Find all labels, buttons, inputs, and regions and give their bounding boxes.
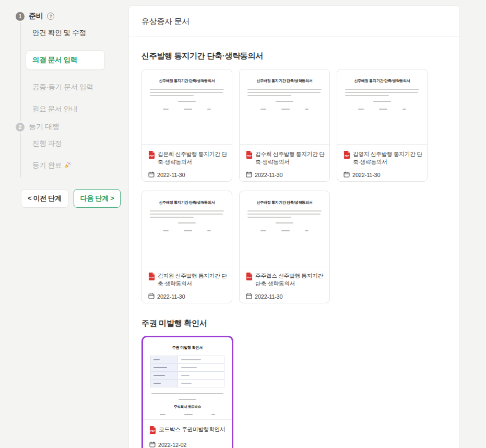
documents-panel: 유상증자 문서 신주발행 통지기간 단축·생략동의서 신주배정 통지기간 단축/… [128,5,460,448]
party-popper-icon [64,162,71,170]
preview-statement-line [151,393,223,394]
calendar-icon [148,292,155,301]
panel-body: 신주발행 통지기간 단축·생략동의서 신주배정 통지기간 단축/생략동의서 PD… [129,51,459,448]
preview-date-line [373,101,391,102]
document-title: 김은희 신주발행 통지기간 단축·생략동의서 [158,150,228,166]
step-1-label: 준비 [29,11,43,21]
step-2-label: 등기 대행 [29,122,59,132]
svg-text:PDF: PDF [247,155,252,157]
step-1-header: 1 준비 ? [16,10,123,22]
pdf-file-icon: PDF [149,426,156,436]
panel-header: 유상증자 문서 [129,6,459,37]
document-preview: 신주배정 통지기간 단축/생략동의서 [142,191,232,266]
document-preview: 주권 미발행 확인서 주식회사 코드박스 [143,337,232,420]
page-title: 유상증자 문서 [141,17,447,27]
document-card-share-certificate[interactable]: 주권 미발행 확인서 주식회사 코드박스 PDF 코드박스 주권미발행확인서 [141,336,233,448]
sidebar-item-progress[interactable]: 진행 과정 [32,139,123,148]
document-card-info: PDF 김은희 신주발행 통지기간 단축·생략동의서 2022-11-30 [142,145,232,182]
document-card-info: PDF 주주랩스 신주발행 통지기간 단축·생략동의서 2022-11-30 [240,266,329,303]
step-1-items: 안건 확인 및 수정 의결 문서 입력 공증·등기 문서 입력 필요 문서 안내 [20,22,123,121]
document-card-info: PDF 김지원 신주발행 통지기간 단축·생략동의서 2022-11-30 [142,266,232,303]
calendar-icon [148,170,155,180]
pdf-file-icon: PDF [246,273,253,282]
document-preview: 신주배정 통지기간 단축/생략동의서 [142,69,232,145]
preview-title: 신주배정 통지기간 단축/생략동의서 [247,200,322,205]
document-date: 2022-11-30 [352,172,380,178]
wizard-sidebar: 1 준비 ? 안건 확인 및 수정 의결 문서 입력 공증·등기 문서 입력 필… [16,10,123,208]
preview-signature-row [345,109,420,110]
section-heading-consent-docs: 신주발행 통지기간 단축·생략동의서 [141,51,447,61]
document-title: 김지원 신주발행 통지기간 단축·생략동의서 [158,272,228,288]
section-heading-share-cert: 주권 미발행 확인서 [141,319,447,328]
svg-text:PDF: PDF [345,155,349,157]
document-date: 2022-11-30 [157,293,185,300]
preview-signature-row [149,109,224,110]
pdf-file-icon: PDF [148,273,155,282]
previous-step-button[interactable]: < 이전 단계 [21,189,68,208]
preview-date-line [276,101,293,102]
svg-text:PDF: PDF [149,276,154,279]
sidebar-item-required-docs[interactable]: 필요 문서 안내 [32,104,123,114]
pdf-file-icon: PDF [246,151,253,161]
sidebar-item-resolution-docs[interactable]: 의결 문서 입력 [26,50,105,70]
calendar-icon [149,440,156,448]
document-card[interactable]: 신주배정 통지기간 단축/생략동의서 PDF 주주랩스 신주발행 통지기간 단축… [239,191,330,303]
preview-company-name: 주식회사 코드박스 [149,405,226,409]
document-card-info: PDF 코드박스 주권미발행확인서 2022-12-02 [143,420,232,448]
preview-signature-row [247,109,322,110]
preview-date-line [178,101,196,102]
document-card[interactable]: 신주배정 통지기간 단축/생략동의서 PDF 김수희 신주발행 통지기간 단축·… [239,69,330,182]
step-2-header: 2 등기 대행 [16,121,123,133]
preview-signature-row [149,414,226,415]
document-card-info: PDF 김영지 신주발행 통지기간 단축·생략동의서 2022-11-30 [337,145,427,182]
sidebar-item-notary-registry-docs[interactable]: 공증·등기 문서 입력 [32,82,123,92]
consent-card-grid: 신주배정 통지기간 단축/생략동의서 PDF 김은희 신주발행 통지기간 단축·… [141,69,447,303]
preview-table [150,356,224,387]
pdf-file-icon: PDF [148,151,155,161]
sidebar-item-registry-complete[interactable]: 등기 완료 [32,161,123,170]
preview-date-line [179,399,196,400]
preview-date-line [178,222,196,223]
document-preview: 신주배정 통지기간 단축/생략동의서 [240,69,329,145]
preview-signature-row [247,230,322,231]
document-title: 코드박스 주권미발행확인서 [159,426,225,433]
preview-title: 신주배정 통지기간 단축/생략동의서 [247,78,322,84]
sidebar-item-agenda-review[interactable]: 안건 확인 및 수정 [32,28,123,38]
calendar-icon [246,292,252,301]
step-2-items: 진행 과정 등기 완료 [20,133,123,178]
svg-text:PDF: PDF [150,430,155,432]
document-date: 2022-11-30 [157,172,185,178]
document-date: 2022-11-30 [255,172,282,178]
document-card-info: PDF 김수희 신주발행 통지기간 단축·생략동의서 2022-11-30 [240,145,329,182]
next-step-button[interactable]: 다음 단계 > [74,189,121,208]
preview-title: 신주배정 통지기간 단축/생략동의서 [149,200,224,205]
preview-title: 신주배정 통지기간 단축/생략동의서 [149,78,224,84]
document-preview: 신주배정 통지기간 단축/생략동의서 [337,69,427,145]
document-title: 주주랩스 신주발행 통지기간 단축·생략동의서 [255,272,325,288]
document-title: 김영지 신주발행 통지기간 단축·생략동의서 [353,150,423,166]
preview-title: 신주배정 통지기간 단축/생략동의서 [345,78,420,84]
calendar-icon [246,170,252,180]
step-1-number-badge: 1 [16,12,25,21]
document-card[interactable]: 신주배정 통지기간 단축/생략동의서 PDF 김지원 신주발행 통지기간 단축·… [141,191,232,303]
calendar-icon [343,170,350,180]
step-2-number-badge: 2 [16,123,25,132]
pdf-file-icon: PDF [343,151,350,161]
svg-text:PDF: PDF [247,276,252,279]
preview-title: 주권 미발행 확인서 [149,345,226,350]
document-card[interactable]: 신주배정 통지기간 단축/생략동의서 PDF 김은희 신주발행 통지기간 단축·… [141,69,232,182]
document-date: 2022-11-30 [255,293,282,300]
question-circle-icon[interactable]: ? [47,13,54,20]
wizard-nav-buttons: < 이전 단계 다음 단계 > [21,189,123,208]
document-date: 2022-12-02 [158,442,186,448]
preview-signature-row [149,230,224,231]
svg-text:PDF: PDF [149,155,154,157]
document-title: 김수희 신주발행 통지기간 단축·생략동의서 [255,150,325,166]
document-preview: 신주배정 통지기간 단축/생략동의서 [240,191,329,266]
preview-date-line [276,222,293,223]
document-card[interactable]: 신주배정 통지기간 단축/생략동의서 PDF 김영지 신주발행 통지기간 단축·… [337,69,428,182]
